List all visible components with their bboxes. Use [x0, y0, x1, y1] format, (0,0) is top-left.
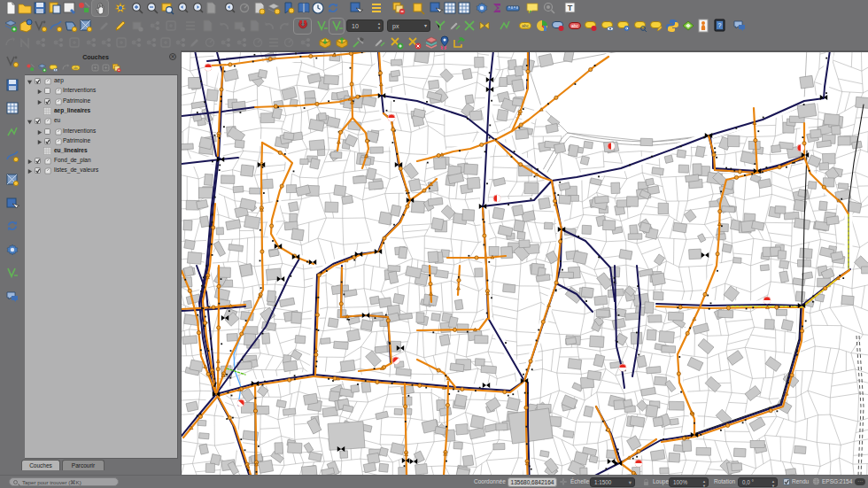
- svg-text:?: ?: [718, 22, 722, 28]
- svg-text:abc: abc: [74, 66, 79, 70]
- svg-text:abc: abc: [571, 23, 579, 28]
- svg-text:abc: abc: [522, 23, 530, 28]
- svg-text:T: T: [568, 4, 573, 12]
